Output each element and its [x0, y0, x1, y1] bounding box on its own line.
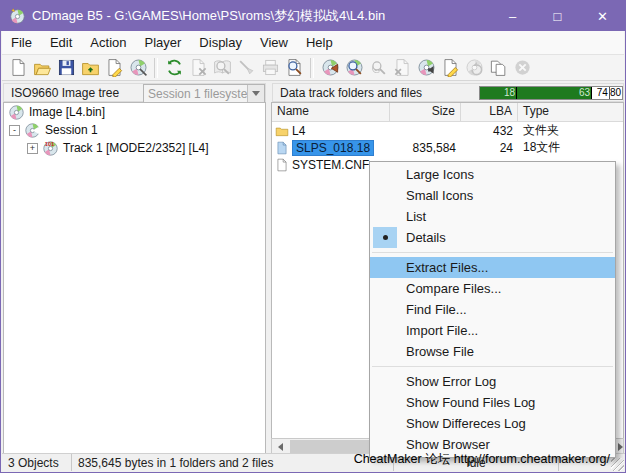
window-title: CDmage B5 - G:\GAMES\Home\PS\roms\梦幻模拟战4… [32, 7, 385, 25]
close-button[interactable]: ✕ [580, 1, 625, 31]
menu-help[interactable]: Help [297, 35, 342, 50]
cd-extract-icon[interactable] [318, 57, 342, 79]
menu-item-show-differeces-log[interactable]: Show Differeces Log [370, 413, 615, 434]
column-header-name[interactable]: Name [272, 103, 390, 121]
list-pane-header: Data track folders and files 18 63 74 80 [272, 83, 624, 102]
burn-cd-icon[interactable] [126, 57, 150, 79]
table-row[interactable]: L4 432 文件夹 [272, 122, 623, 139]
session-filesystem-select[interactable]: Session 1 filesystem [143, 84, 265, 103]
menu-item-compare-files[interactable]: Compare Files... [370, 278, 615, 299]
cdmage-window: CDmage B5 - G:\GAMES\Home\PS\roms\梦幻模拟战4… [0, 0, 626, 473]
app-icon [9, 8, 26, 25]
file-icon [275, 141, 289, 155]
sector-bar-label: 63 [579, 87, 592, 99]
menu-item-large-icons[interactable]: Large Icons [370, 164, 615, 185]
menu-item-show-found-files-log[interactable]: Show Found Files Log [370, 392, 615, 413]
open-image-icon[interactable] [30, 57, 54, 79]
expand-expander-icon[interactable]: + [27, 143, 38, 154]
file-name: SYSTEM.CNF [292, 158, 369, 172]
menu-file[interactable]: File [2, 35, 41, 50]
menu-item-extract-files[interactable]: Extract Files... [370, 257, 615, 278]
column-header-size[interactable]: Size [390, 103, 461, 121]
file-size: 835,584 [390, 141, 461, 155]
toolbar-separator [154, 58, 158, 78]
menu-view[interactable]: View [251, 35, 297, 50]
save-image-icon[interactable] [54, 57, 78, 79]
menu-item-import-file[interactable]: Import File... [370, 320, 615, 341]
file-name: SLPS_018.18 [292, 140, 374, 156]
image-properties-icon[interactable] [102, 57, 126, 79]
sector-bar-label: 74 [597, 87, 610, 99]
menu-action[interactable]: Action [81, 35, 135, 50]
menu-edit[interactable]: Edit [41, 35, 81, 50]
minimize-button[interactable]: – [490, 1, 535, 31]
copy-files-icon[interactable] [486, 57, 510, 79]
find-book-icon[interactable] [210, 57, 234, 79]
context-menu: Large Icons Small Icons List Details Ext… [369, 161, 616, 458]
maximize-button[interactable]: □ [535, 1, 580, 31]
folder-icon [275, 124, 289, 138]
tree-pane-title: ISO9660 Image tree [11, 86, 119, 100]
toolbar-separator [310, 58, 314, 78]
file-type: 文件夹 [518, 122, 623, 139]
menu-display[interactable]: Display [190, 35, 251, 50]
session-filesystem-value: Session 1 filesystem [148, 87, 257, 101]
menu-item-details[interactable]: Details [370, 227, 615, 248]
image-tree: Image [L4.bin] - Session 1 + 101 Track 1… [3, 102, 266, 455]
menu-item-browse-file[interactable]: Browse File [370, 341, 615, 362]
new-image-icon[interactable] [6, 57, 30, 79]
collapse-expander-icon[interactable]: - [9, 125, 20, 136]
menu-item-list[interactable]: List [370, 206, 615, 227]
file-type: 18文件 [518, 139, 623, 156]
title-bar[interactable]: CDmage B5 - G:\GAMES\Home\PS\roms\梦幻模拟战4… [1, 1, 625, 31]
pane-header-row: ISO9660 Image tree Session 1 filesystem … [2, 83, 624, 102]
parent-folder-icon[interactable] [78, 57, 102, 79]
cd-rescan-icon[interactable] [462, 57, 486, 79]
status-summary: 835,645 bytes in 1 folders and 2 files [72, 454, 394, 471]
cd-image-icon [8, 104, 25, 121]
stop-icon[interactable] [510, 57, 534, 79]
tree-item-label: Session 1 [45, 123, 98, 137]
tree-item-image[interactable]: Image [L4.bin] [4, 103, 265, 121]
track-icon: 101 [42, 140, 59, 157]
find-address-icon[interactable]: @ [366, 57, 390, 79]
file-lba: 432 [461, 124, 518, 138]
cd-audio-icon[interactable] [414, 57, 438, 79]
menu-separator [372, 366, 613, 367]
find-file-icon[interactable] [282, 57, 306, 79]
sector-bar-used-segment: 18 63 [480, 87, 592, 99]
menu-bar: File Edit Action Player Display View Hel… [2, 31, 624, 55]
sector-bar-label: 80 [610, 87, 622, 99]
svg-text:101: 101 [45, 140, 54, 146]
menu-item-find-file[interactable]: Find File... [370, 299, 615, 320]
toolbar: @ [2, 55, 624, 81]
sector-bar-free-segment: 74 80 [592, 87, 622, 99]
status-objects: 3 Objects [2, 454, 72, 471]
cleanup-icon[interactable] [234, 57, 258, 79]
delete-file-icon[interactable] [390, 57, 414, 79]
column-header-type[interactable]: Type [518, 103, 623, 121]
menu-player[interactable]: Player [136, 35, 191, 50]
list-pane-title: Data track folders and files [280, 86, 422, 100]
refresh-icon[interactable] [162, 57, 186, 79]
menu-item-show-error-log[interactable]: Show Error Log [370, 371, 615, 392]
tree-item-label: Image [L4.bin] [29, 105, 105, 119]
chevron-down-icon[interactable] [247, 85, 264, 102]
copy-remove-icon[interactable] [186, 57, 210, 79]
tree-item-label: Track 1 [MODE2/2352] [L4] [63, 141, 209, 155]
file-name: L4 [292, 124, 305, 138]
menu-item-small-icons[interactable]: Small Icons [370, 185, 615, 206]
file-list-header: Name Size LBA Type [272, 103, 623, 122]
tree-item-session[interactable]: - Session 1 [4, 121, 265, 139]
table-row-selected[interactable]: SLPS_018.18 835,584 24 18文件 [272, 139, 623, 156]
print-icon[interactable] [258, 57, 282, 79]
file-icon [275, 158, 289, 172]
session-icon [24, 122, 41, 139]
radio-selected-icon [373, 227, 397, 248]
tree-item-track[interactable]: + 101 Track 1 [MODE2/2352] [L4] [4, 139, 265, 157]
edit-file-icon[interactable] [438, 57, 462, 79]
scroll-left-arrow-icon[interactable] [272, 439, 288, 454]
resize-grip-icon[interactable] [611, 458, 624, 471]
column-header-lba[interactable]: LBA [461, 103, 518, 121]
cd-find-icon[interactable] [342, 57, 366, 79]
